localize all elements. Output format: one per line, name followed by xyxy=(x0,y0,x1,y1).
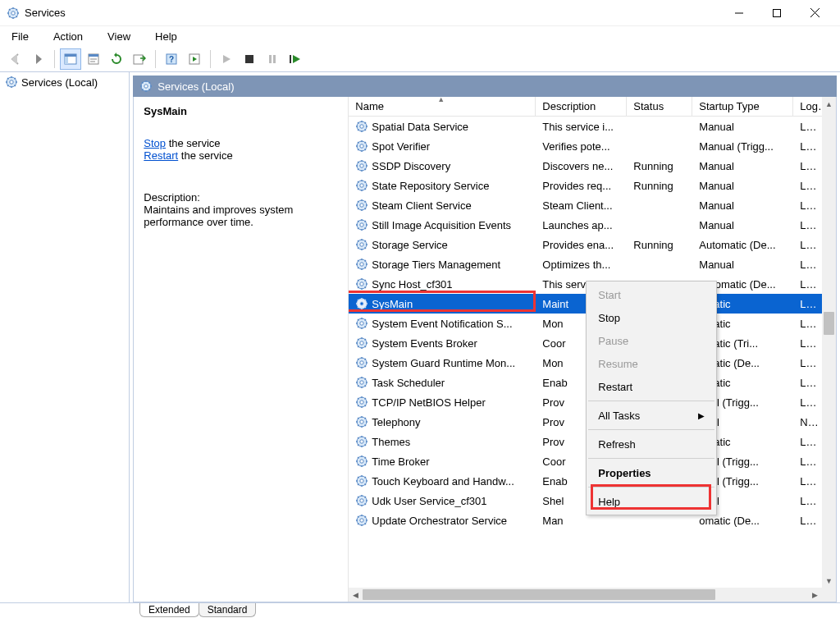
service-description: Steam Client... xyxy=(536,199,627,212)
service-status: Running xyxy=(627,239,692,251)
scrollbar-thumb[interactable] xyxy=(824,312,834,335)
service-row[interactable]: Steam Client ServiceSteam Client...Manua… xyxy=(349,195,822,215)
chevron-right-icon: ▶ xyxy=(698,411,705,420)
service-description: Optimizes th... xyxy=(536,259,627,271)
restart-service-button[interactable] xyxy=(285,48,306,70)
maximize-button[interactable] xyxy=(758,1,796,25)
gear-icon xyxy=(355,336,368,350)
service-name: Task Scheduler xyxy=(372,377,445,389)
service-logon: Lo… xyxy=(793,199,822,212)
ctx-stop[interactable]: Stop xyxy=(587,306,716,329)
gear-icon xyxy=(355,494,368,507)
service-name: Still Image Acquisition Events xyxy=(372,219,511,231)
export-button[interactable] xyxy=(129,48,150,70)
list-header: ▲ Name Description Status Startup Type L… xyxy=(349,97,836,117)
show-action-pane-button[interactable] xyxy=(184,48,205,70)
scrollbar-thumb[interactable] xyxy=(363,589,715,600)
pane-header: Services (Local) xyxy=(133,76,837,97)
description-label: Description: xyxy=(144,191,338,204)
service-row[interactable]: Storage Tiers ManagementOptimizes th...M… xyxy=(349,254,822,274)
service-logon: Lo… xyxy=(793,436,822,448)
service-logon: Lo… xyxy=(793,140,822,153)
stop-service-button[interactable] xyxy=(239,48,260,70)
pause-service-button[interactable] xyxy=(262,48,283,70)
ctx-all-tasks[interactable]: All Tasks▶ xyxy=(587,404,716,427)
menu-bar: File Action View Help xyxy=(0,26,840,46)
service-name: Telephony xyxy=(372,416,420,428)
gear-icon xyxy=(355,140,368,153)
scroll-left-icon[interactable]: ◀ xyxy=(349,588,363,602)
service-logon: Ne… xyxy=(793,416,822,428)
ctx-separator xyxy=(588,458,714,459)
menu-file[interactable]: File xyxy=(7,29,34,44)
ctx-restart[interactable]: Restart xyxy=(587,375,716,398)
scroll-up-icon[interactable]: ▲ xyxy=(822,97,836,111)
gear-icon xyxy=(355,415,368,428)
svg-rect-15 xyxy=(269,55,272,63)
menu-help[interactable]: Help xyxy=(150,29,182,44)
scroll-right-icon[interactable]: ▶ xyxy=(808,588,822,602)
gear-icon xyxy=(355,179,368,192)
refresh-button[interactable] xyxy=(106,48,127,70)
service-row[interactable]: Still Image Acquisition EventsLaunches a… xyxy=(349,215,822,235)
ctx-refresh[interactable]: Refresh xyxy=(587,433,716,455)
toolbar: ? xyxy=(0,46,840,72)
stop-service-link[interactable]: Stop xyxy=(144,137,166,149)
gear-icon xyxy=(355,218,368,231)
service-logon: Lo… xyxy=(793,219,822,231)
gear-icon xyxy=(139,80,153,93)
tab-extended[interactable]: Extended xyxy=(139,603,199,617)
service-logon: Lo… xyxy=(793,396,822,409)
restart-service-line: Restart the service xyxy=(144,149,338,162)
help-button[interactable]: ? xyxy=(161,48,182,70)
description-text: Maintains and improves system performanc… xyxy=(144,204,338,228)
properties-toolbar-button[interactable] xyxy=(83,48,104,70)
svg-rect-16 xyxy=(273,55,276,63)
stop-service-line: Stop the service xyxy=(144,137,338,149)
tree-node-services-local[interactable]: Services (Local) xyxy=(0,72,129,92)
column-header-status[interactable]: Status xyxy=(627,97,692,116)
vertical-scrollbar[interactable]: ▲ ▼ xyxy=(822,97,836,588)
pane-header-title: Services (Local) xyxy=(158,80,234,93)
service-name: Spatial Data Service xyxy=(372,121,468,133)
forward-button[interactable] xyxy=(28,48,49,70)
detail-pane: SysMain Stop the service Restart the ser… xyxy=(134,97,349,602)
service-row[interactable]: Spot VerifierVerifies pote...Manual (Tri… xyxy=(349,136,822,156)
menu-view[interactable]: View xyxy=(103,29,135,44)
service-description: Provides req... xyxy=(536,180,627,192)
service-row[interactable]: SSDP DiscoveryDiscovers ne...RunningManu… xyxy=(349,156,822,176)
gear-icon xyxy=(355,356,368,369)
service-startup: Manual xyxy=(692,259,793,271)
scroll-down-icon[interactable]: ▼ xyxy=(822,574,836,588)
svg-rect-17 xyxy=(290,55,291,63)
horizontal-scrollbar[interactable]: ◀ ▶ xyxy=(349,588,822,602)
menu-action[interactable]: Action xyxy=(48,29,88,44)
ctx-help[interactable]: Help xyxy=(587,490,716,513)
column-header-description[interactable]: Description xyxy=(536,97,627,116)
start-service-button[interactable] xyxy=(216,48,237,70)
ctx-separator xyxy=(588,429,714,430)
minimize-button[interactable] xyxy=(720,1,758,25)
service-name: Storage Tiers Management xyxy=(372,259,500,271)
title-bar: Services xyxy=(0,0,840,26)
svg-rect-14 xyxy=(245,55,253,63)
column-header-startup[interactable]: Startup Type xyxy=(692,97,793,116)
ctx-properties[interactable]: Properties xyxy=(587,461,716,484)
service-description: This service i... xyxy=(536,121,627,133)
service-row[interactable]: Spatial Data ServiceThis service i...Man… xyxy=(349,117,822,136)
back-button[interactable] xyxy=(5,48,26,70)
toolbar-separator xyxy=(54,50,55,68)
service-logon: Lo… xyxy=(793,180,822,192)
svg-rect-6 xyxy=(65,54,76,57)
gear-icon xyxy=(355,474,368,488)
restart-service-link[interactable]: Restart xyxy=(144,149,178,162)
scroll-corner xyxy=(822,588,836,602)
service-status: Running xyxy=(627,180,692,192)
close-button[interactable] xyxy=(796,1,833,25)
tab-standard[interactable]: Standard xyxy=(199,603,257,617)
service-row[interactable]: Storage ServiceProvides ena...RunningAut… xyxy=(349,235,822,254)
service-row[interactable]: State Repository ServiceProvides req...R… xyxy=(349,176,822,195)
show-hide-tree-button[interactable] xyxy=(60,48,81,70)
service-logon: Lo… xyxy=(793,357,822,369)
tree-node-label: Services (Local) xyxy=(21,76,98,89)
